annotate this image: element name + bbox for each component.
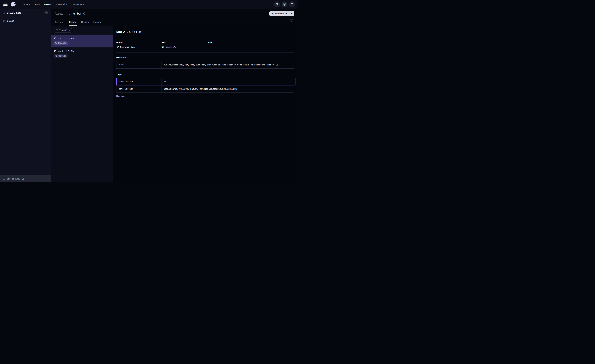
run-id-pill[interactable]: 2fd32b85 bbox=[53, 54, 68, 58]
asset-group-icon bbox=[2, 20, 5, 22]
tab-lineage[interactable]: Lineage bbox=[93, 18, 102, 26]
event-detail-title: Mar 21, 4:57 PM bbox=[116, 30, 294, 34]
caret-up-icon bbox=[126, 96, 127, 96]
event-list-item-selected[interactable]: Mar 21, 4:57 PM 788005fa bbox=[51, 35, 113, 48]
folder-icon bbox=[2, 177, 5, 180]
run-id-link[interactable]: 788005fa bbox=[166, 46, 176, 49]
job-column: Job — bbox=[208, 41, 294, 49]
breadcrumb: Assets a_number bbox=[55, 12, 86, 15]
hide-tags-toggle[interactable]: Hide tags bbox=[116, 95, 127, 97]
tags-table: code_version v1 data_version 3bfc269594e… bbox=[116, 78, 294, 93]
code-location-label: 250321-dvers bbox=[7, 12, 42, 14]
sidebar-footer-code-location[interactable]: 250321-dvers bbox=[0, 175, 51, 182]
copy-icon bbox=[83, 12, 86, 15]
run-column-label: Run bbox=[162, 41, 208, 44]
tab-checks[interactable]: Checks bbox=[81, 18, 89, 26]
search-icon bbox=[276, 3, 279, 6]
sparkle-icon bbox=[53, 50, 56, 52]
chevron-right-icon bbox=[65, 13, 67, 15]
help-icon: ? bbox=[283, 3, 286, 6]
sidebar-item-default-group[interactable]: default bbox=[0, 17, 51, 25]
event-summary-grid: Event Materialization Run bbox=[116, 41, 294, 49]
svg-text:?: ? bbox=[284, 3, 285, 5]
hide-tags-label: Hide tags bbox=[116, 95, 125, 97]
run-column: Run 788005fa bbox=[162, 41, 208, 49]
event-column: Event Materialization bbox=[116, 41, 162, 49]
run-id-pill[interactable]: 788005fa bbox=[53, 41, 68, 45]
asset-count-badge: 1 bbox=[44, 11, 48, 14]
tags-heading: Tags bbox=[116, 73, 294, 76]
help-button[interactable]: ? bbox=[282, 1, 288, 7]
sidebar-item-code-location[interactable]: 250321-dvers 1 bbox=[0, 9, 51, 17]
events-list-panel: Type (2) Mar 21, 4:57 PM bbox=[51, 26, 113, 182]
nav-assets[interactable]: Assets bbox=[44, 3, 52, 6]
job-value: — bbox=[208, 46, 210, 48]
event-type-value: Materialization bbox=[120, 46, 135, 49]
nav-overview[interactable]: Overview bbox=[21, 3, 30, 6]
group-label: default bbox=[7, 20, 48, 22]
nav-runs[interactable]: Runs bbox=[34, 3, 40, 6]
asset-detail-page: Assets a_number Materialize bbox=[51, 9, 298, 182]
nav-deployment[interactable]: Deployment bbox=[72, 3, 84, 6]
dagster-logo[interactable] bbox=[10, 1, 16, 7]
tab-events[interactable]: Events bbox=[69, 18, 77, 26]
tags-section: Tags code_version v1 data_version 3bfc26… bbox=[116, 73, 294, 97]
sparkle-icon bbox=[116, 46, 119, 49]
tag-value: v1 bbox=[164, 80, 166, 83]
event-list-item[interactable]: Mar 21, 4:54 PM 2fd32b85 bbox=[51, 48, 113, 60]
primary-nav: Overview Runs Assets Automation Deployme… bbox=[21, 3, 84, 6]
hamburger-menu-icon[interactable] bbox=[3, 3, 7, 6]
filter-funnel-icon bbox=[56, 29, 58, 31]
nav-automation[interactable]: Automation bbox=[56, 3, 67, 6]
run-id-text: 788005fa bbox=[58, 42, 66, 44]
copy-asset-name-button[interactable] bbox=[83, 12, 86, 15]
page-header: Assets a_number Materialize bbox=[51, 9, 298, 18]
tag-value: 3bfc269594ef649228e9a74bab00f042efc91d5a… bbox=[164, 88, 237, 90]
settings-button[interactable]: ⚙ bbox=[289, 1, 295, 7]
events-filter-bar: Type (2) bbox=[51, 26, 113, 35]
divider bbox=[116, 52, 294, 53]
type-filter-button[interactable]: Type (2) bbox=[54, 28, 72, 33]
materialize-dropdown-button[interactable] bbox=[289, 11, 294, 16]
run-success-icon bbox=[162, 46, 164, 49]
event-column-label: Event bbox=[116, 41, 162, 44]
run-id-text: 2fd32b85 bbox=[58, 55, 66, 57]
metadata-key: path bbox=[116, 61, 162, 68]
type-filter-label: Type (2) bbox=[59, 29, 67, 31]
event-timestamp: Mar 21, 4:54 PM bbox=[57, 50, 74, 52]
search-button[interactable] bbox=[274, 1, 280, 7]
sidebar-empty-space bbox=[0, 25, 51, 175]
caret-down-icon bbox=[291, 13, 292, 14]
table-row: path /Users/smackesey/stm/code/elementl/… bbox=[116, 61, 294, 68]
materialize-split-button: Materialize bbox=[269, 11, 294, 16]
copy-path-button[interactable] bbox=[275, 63, 278, 66]
asset-groups-sidebar: 250321-dvers 1 default 250321-dvers bbox=[0, 9, 51, 182]
run-target-icon bbox=[55, 42, 57, 44]
copy-icon bbox=[275, 63, 278, 66]
metadata-heading: Metadata bbox=[116, 56, 294, 59]
job-column-label: Job bbox=[208, 41, 294, 44]
breadcrumb-assets-link[interactable]: Assets bbox=[55, 12, 63, 15]
folder-icon bbox=[2, 11, 5, 14]
run-target-icon bbox=[55, 55, 57, 57]
metadata-path-link[interactable]: /Users/smackesey/stm/code/elementl/exper… bbox=[164, 63, 274, 66]
gear-icon: ⚙ bbox=[291, 3, 294, 6]
top-navigation-bar: Overview Runs Assets Automation Deployme… bbox=[0, 0, 298, 9]
materialize-button[interactable]: Materialize bbox=[269, 11, 289, 16]
refresh-button[interactable] bbox=[289, 19, 294, 25]
reload-icon[interactable] bbox=[22, 178, 24, 180]
materialize-label: Materialize bbox=[275, 12, 287, 15]
table-row-highlighted: code_version v1 bbox=[116, 78, 294, 85]
event-timestamp: Mar 21, 4:57 PM bbox=[57, 37, 74, 40]
refresh-icon bbox=[290, 21, 293, 23]
asset-tabs: Overview Events Checks Lineage bbox=[51, 18, 298, 26]
tag-key: data_version bbox=[116, 85, 162, 92]
chevron-down-icon bbox=[68, 29, 70, 31]
event-detail-pane: Mar 21, 4:57 PM Event Materialization bbox=[113, 26, 298, 182]
sparkle-icon bbox=[53, 37, 56, 40]
metadata-table: path /Users/smackesey/stm/code/elementl/… bbox=[116, 61, 294, 69]
table-row: data_version 3bfc269594ef649228e9a74bab0… bbox=[116, 85, 294, 92]
tag-key: code_version bbox=[116, 78, 162, 85]
metadata-section: Metadata path /Users/smackesey/stm/code/… bbox=[116, 56, 294, 69]
tab-overview[interactable]: Overview bbox=[55, 18, 64, 26]
